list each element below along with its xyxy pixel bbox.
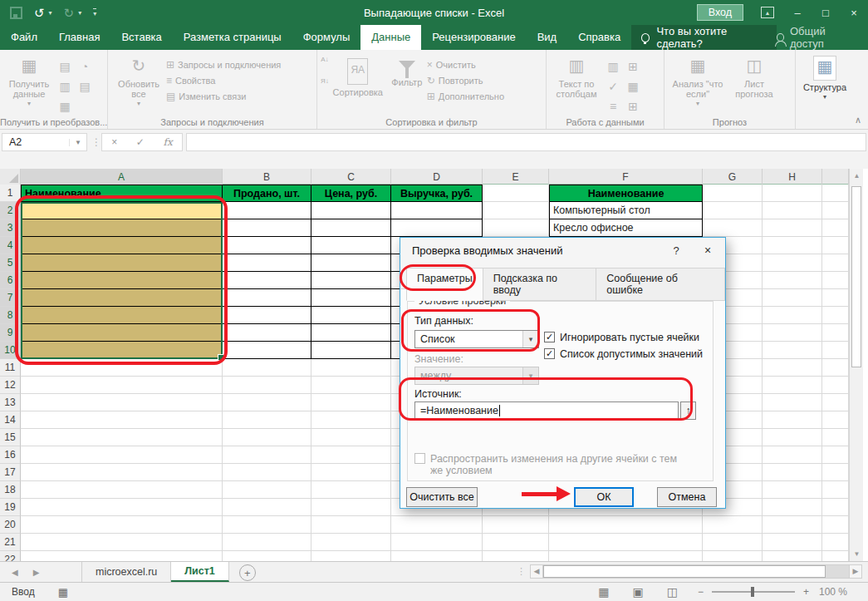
cell-C16[interactable] [311, 446, 391, 464]
cell-B18[interactable] [223, 481, 311, 499]
ribbon-tab-Вставка[interactable]: Вставка [110, 25, 172, 50]
column-header-C[interactable]: C [311, 169, 391, 185]
cell-B5[interactable] [223, 254, 311, 272]
relationships-icon[interactable]: ≡ [603, 96, 623, 116]
minimize-button[interactable]: – [783, 0, 812, 25]
ribbon-tab-Справка[interactable]: Справка [567, 25, 631, 50]
add-sheet-icon[interactable]: + [239, 564, 256, 581]
cell-H18[interactable] [763, 481, 822, 499]
scroll-up-icon[interactable]: ▲ [850, 169, 864, 183]
column-header-F[interactable]: F [549, 169, 703, 185]
cell-C21[interactable] [311, 534, 391, 551]
cell-C3[interactable] [311, 219, 391, 237]
cancel-entry-icon[interactable]: × [111, 136, 117, 148]
formula-bar-grip-icon[interactable]: ⋮ [91, 136, 101, 148]
cell-D22[interactable] [391, 551, 483, 561]
cell-B19[interactable] [223, 499, 311, 516]
cell-H14[interactable] [763, 411, 822, 429]
scroll-left-icon[interactable]: ◀ [530, 564, 543, 579]
clear-filter-button[interactable]: ×Очистить [427, 60, 504, 70]
cell-E20[interactable] [483, 516, 549, 534]
cell-x4[interactable] [822, 237, 849, 254]
vertical-scrollbar[interactable]: ▲ ▼ [849, 169, 863, 561]
cell-A7[interactable] [21, 289, 223, 307]
cell-G1[interactable] [703, 185, 763, 202]
cell-H17[interactable] [763, 464, 822, 481]
cell-H11[interactable] [763, 359, 822, 377]
manage-data-model-icon[interactable]: ⊞ [623, 96, 643, 116]
cell-A17[interactable] [21, 464, 223, 481]
cell-C6[interactable] [311, 272, 391, 289]
horizontal-scroll-track[interactable] [543, 564, 849, 579]
cell-E1[interactable] [483, 185, 549, 202]
text-to-columns-button[interactable]: ▥ Текст по столбцам [550, 53, 603, 99]
refresh-all-button[interactable]: ↻ Обновить все ▾ [111, 53, 166, 109]
row-header-3[interactable]: 3 [0, 219, 21, 237]
cell-G3[interactable] [703, 219, 763, 237]
cell-A10[interactable] [21, 342, 223, 359]
cell-x5[interactable] [822, 254, 849, 272]
redo-icon[interactable]: ↻ [64, 7, 75, 19]
cell-E3[interactable] [483, 219, 549, 237]
cell-B20[interactable] [223, 516, 311, 534]
sort-button[interactable]: ЯА Сортировка [329, 53, 387, 97]
cell-H21[interactable] [763, 534, 822, 551]
remove-duplicates-icon[interactable]: ⊞ [623, 57, 643, 76]
cell-C5[interactable] [311, 254, 391, 272]
prev-sheet-icon[interactable]: ◀ [12, 568, 18, 577]
ignore-blank-checkbox[interactable]: ✓ Игнорировать пустые ячейки [544, 332, 699, 343]
clear-all-button[interactable]: Очистить все [406, 487, 478, 507]
cell-H4[interactable] [763, 237, 822, 254]
ribbon-display-options-icon[interactable]: ▲ [755, 0, 783, 25]
ribbon-tab-Формулы[interactable]: Формулы [292, 25, 361, 50]
row-header-14[interactable]: 14 [0, 411, 21, 429]
select-all-corner[interactable] [0, 169, 21, 185]
data-validation-icon[interactable]: ✓ [603, 76, 623, 96]
row-header-1[interactable]: 1 [0, 185, 21, 202]
cell-x16[interactable] [822, 446, 849, 464]
cell-x3[interactable] [822, 219, 849, 237]
dialog-tab-2[interactable]: Сообщение об ошибке [596, 268, 725, 301]
dialog-help-icon[interactable]: ? [664, 238, 689, 263]
next-sheet-icon[interactable]: ▶ [33, 568, 40, 577]
cell-C1[interactable]: Цена, руб. [311, 185, 391, 202]
cell-A22[interactable] [21, 551, 223, 561]
cell-H19[interactable] [763, 499, 822, 516]
cell-B6[interactable] [223, 272, 311, 289]
cell-A18[interactable] [21, 481, 223, 499]
zoom-level[interactable]: 100 % [819, 586, 856, 598]
horizontal-scrollbar[interactable]: ◀ ▶ [530, 564, 862, 579]
in-cell-dropdown-checkbox[interactable]: ✓ Список допустимых значений [544, 348, 703, 360]
customize-qat-icon[interactable]: ▾ [93, 8, 96, 17]
cell-H3[interactable] [763, 219, 822, 237]
row-header-2[interactable]: 2 [0, 202, 21, 219]
cell-B7[interactable] [223, 289, 311, 307]
queries-connections-button[interactable]: ⊞Запросы и подключения [166, 60, 281, 70]
cell-G22[interactable] [703, 551, 763, 561]
sheet-tab-microexcel.ru[interactable]: microexcel.ru [81, 562, 171, 582]
cell-x22[interactable] [822, 551, 849, 561]
page-break-view-icon[interactable]: ◫ [667, 585, 678, 599]
row-header-22[interactable]: 22 [0, 551, 21, 561]
tab-splitter-icon[interactable]: ⋮ [517, 566, 526, 577]
cell-D21[interactable] [391, 534, 483, 551]
row-header-4[interactable]: 4 [0, 237, 21, 254]
cell-D2[interactable] [391, 202, 483, 219]
cell-C18[interactable] [311, 481, 391, 499]
cell-F1[interactable]: Наименование [549, 185, 703, 202]
maximize-button[interactable]: □ [812, 0, 840, 25]
cell-A5[interactable] [21, 254, 223, 272]
get-data-button[interactable]: ▦ Получить данные ▾ [3, 53, 55, 109]
range-picker-button[interactable]: ↑ [680, 401, 696, 420]
cell-B22[interactable] [223, 551, 311, 561]
cell-x17[interactable] [822, 464, 849, 481]
tell-me-search[interactable]: Что вы хотите сделать? [631, 25, 776, 50]
cancel-button[interactable]: Отмена [657, 487, 717, 507]
cell-D3[interactable] [391, 219, 483, 237]
scroll-right-icon[interactable]: ▶ [849, 564, 862, 579]
vertical-scroll-thumb[interactable] [851, 186, 861, 367]
cell-x18[interactable] [822, 481, 849, 499]
forecast-sheet-button[interactable]: ◫ Лист прогноза [728, 53, 781, 99]
cell-F3[interactable]: Кресло офисное [549, 219, 703, 237]
sheet-tab-Лист1[interactable]: Лист1 [171, 562, 228, 582]
